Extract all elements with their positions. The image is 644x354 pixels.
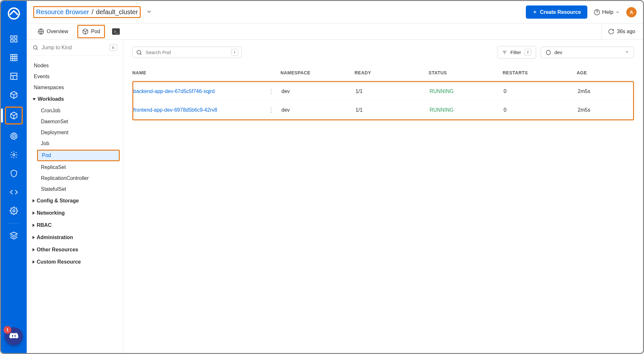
create-resource-label: Create Resource: [540, 9, 581, 15]
svg-point-17: [14, 136, 14, 136]
caret-down-icon: [33, 98, 36, 100]
sidebar-item-daemonset[interactable]: DaemonSet: [27, 116, 123, 127]
svg-rect-3: [11, 40, 13, 42]
sidebar-group-custom[interactable]: Custom Resource: [27, 256, 123, 268]
col-name: NAME: [132, 70, 280, 75]
breadcrumb-cluster[interactable]: default_cluster: [96, 8, 138, 16]
cell-restarts: 0: [504, 107, 578, 113]
sidebar-group-rbac[interactable]: RBAC: [27, 219, 123, 231]
overview-icon: [38, 28, 44, 35]
cluster-dropdown-icon[interactable]: [146, 8, 152, 16]
sidebar-item-job[interactable]: Job: [27, 138, 123, 149]
discord-button[interactable]: 1: [5, 327, 23, 345]
cell-age: 2m5s: [578, 88, 629, 94]
nav-apps-icon[interactable]: [7, 32, 21, 46]
sidebar-item-replicationcontroller[interactable]: ReplicationController: [27, 173, 123, 184]
cell-age: 2m5s: [578, 107, 629, 113]
create-resource-button[interactable]: ＋ Create Resource: [526, 5, 587, 19]
search-icon: [136, 49, 142, 56]
search-pod-box: r: [132, 47, 242, 58]
sidebar-item-namespaces[interactable]: Namespaces: [27, 82, 123, 93]
jump-to-kind-input[interactable]: [42, 45, 106, 51]
sidebar-group-workloads[interactable]: Workloads: [27, 93, 123, 105]
cell-namespace: dev: [281, 88, 355, 94]
sidebar-item-pod[interactable]: Pod: [37, 150, 120, 161]
svg-rect-1: [11, 36, 13, 38]
caret-right-icon: [33, 260, 35, 264]
breadcrumb-separator: /: [92, 8, 94, 16]
sidebar-item-nodes[interactable]: Nodes: [27, 60, 123, 71]
nav-resource-browser-icon[interactable]: [7, 108, 21, 123]
sidebar-item-events[interactable]: Events: [27, 71, 123, 82]
row-menu-icon[interactable]: ⋮: [268, 88, 274, 95]
help-menu[interactable]: Help: [594, 9, 620, 15]
col-age: AGE: [577, 70, 628, 75]
hexagon-icon: [545, 50, 551, 55]
cell-status: RUNNING: [430, 107, 504, 113]
refresh-age: 36s ago: [617, 29, 635, 34]
nav-settings-icon[interactable]: [7, 204, 21, 218]
sidebar-group-networking[interactable]: Networking: [27, 207, 123, 219]
filter-button[interactable]: Filter f: [497, 46, 536, 59]
table-header: NAME NAMESPACE READY STATUS RESTARTS AGE: [132, 65, 634, 80]
user-avatar[interactable]: A: [626, 7, 637, 17]
caret-right-icon: [33, 224, 35, 227]
tab-overview-label: Overview: [47, 29, 68, 34]
sidebar-item-cronjob[interactable]: CronJob: [27, 105, 123, 116]
svg-rect-4: [14, 40, 17, 42]
sidebar-item-replicaset[interactable]: ReplicaSet: [27, 162, 123, 173]
sidebar-group-other[interactable]: Other Resources: [27, 244, 123, 256]
kind-sidebar: k Nodes Events Namespaces Workloads Cron…: [27, 40, 123, 353]
cube-icon: [82, 28, 89, 35]
sidebar-item-statefulset[interactable]: StatefulSet: [27, 184, 123, 195]
nav-gear-icon[interactable]: [7, 148, 21, 162]
table-rows-highlight: backend-app-dev-67d5c5f746-xqjrd⋮ dev 1/…: [132, 81, 634, 120]
svg-point-19: [13, 210, 15, 212]
nav-layers-icon[interactable]: [7, 228, 21, 243]
search-icon: [33, 44, 39, 51]
devtron-logo[interactable]: [7, 7, 21, 20]
left-rail: 1: [1, 1, 27, 353]
chevron-down-icon: [615, 10, 620, 14]
breadcrumb-root[interactable]: Resource Browser: [36, 8, 89, 16]
tab-pod[interactable]: Pod: [77, 25, 105, 38]
filter-shortcut-key: f: [524, 49, 531, 56]
filter-icon: [502, 50, 507, 55]
tab-pod-label: Pod: [91, 29, 100, 34]
col-namespace: NAMESPACE: [280, 70, 355, 75]
nav-target-icon[interactable]: [7, 129, 21, 143]
cell-restarts: 0: [504, 88, 578, 94]
nav-cube-icon[interactable]: [7, 88, 21, 102]
pod-name-link[interactable]: frontend-app-dev-6978d5b6c9-42rv8: [133, 107, 217, 113]
sidebar-group-administration[interactable]: Administration: [27, 231, 123, 244]
sidebar-group-config-storage[interactable]: Config & Storage: [27, 195, 123, 207]
svg-point-16: [12, 135, 16, 138]
search-shortcut-key: r: [231, 49, 238, 56]
tab-terminal[interactable]: >_: [109, 26, 122, 37]
sidebar-item-deployment[interactable]: Deployment: [27, 127, 123, 138]
filter-label: Filter: [510, 50, 521, 55]
nav-layout-icon[interactable]: [7, 69, 21, 83]
terminal-icon: >_: [112, 28, 120, 35]
cell-status: RUNNING: [430, 88, 504, 94]
row-menu-icon[interactable]: ⋮: [268, 107, 274, 114]
pod-name-link[interactable]: backend-app-dev-67d5c5f746-xqjrd: [133, 88, 215, 94]
refresh-button[interactable]: 36s ago: [601, 23, 643, 39]
jump-shortcut-key: k: [109, 44, 118, 51]
svg-rect-10: [11, 73, 17, 79]
svg-point-0: [8, 8, 19, 19]
nav-grid-icon[interactable]: [7, 51, 21, 65]
svg-point-25: [33, 45, 37, 49]
col-ready: READY: [355, 70, 429, 75]
svg-marker-20: [10, 232, 17, 236]
svg-point-15: [11, 133, 17, 139]
discord-notification-badge: 1: [4, 326, 11, 334]
nav-code-icon[interactable]: [7, 185, 21, 199]
rail-divider: [8, 223, 19, 223]
tab-overview[interactable]: Overview: [33, 25, 73, 38]
search-pod-input[interactable]: [146, 50, 228, 55]
table-row: frontend-app-dev-6978d5b6c9-42rv8⋮ dev 1…: [133, 101, 633, 119]
namespace-selector[interactable]: dev: [541, 47, 634, 58]
caret-right-icon: [33, 248, 35, 251]
nav-shield-icon[interactable]: [7, 166, 21, 181]
